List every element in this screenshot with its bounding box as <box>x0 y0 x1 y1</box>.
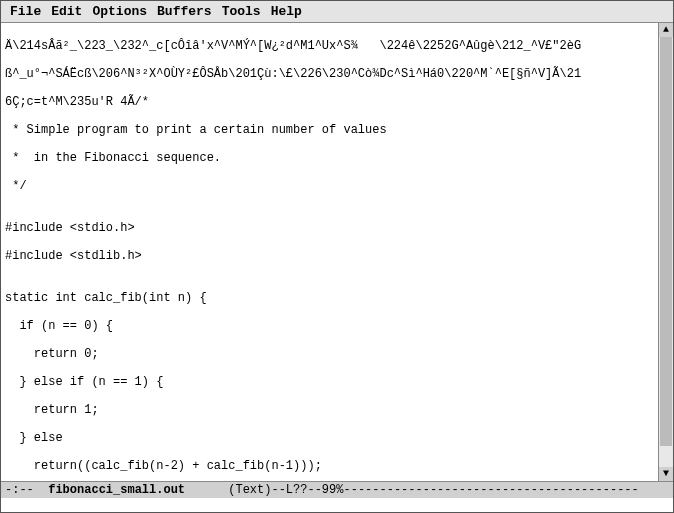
code-line: return 0; <box>5 347 669 361</box>
menu-file[interactable]: File <box>7 3 44 20</box>
content-wrap: Ä\214sÂã²_\223_\232^_c[cÔîâ'x^V^MÝ^[W¿²d… <box>1 23 673 481</box>
code-line: static int calc_fib(int n) { <box>5 291 669 305</box>
menu-options[interactable]: Options <box>89 3 150 20</box>
modeline-trail: ----------------------------------------… <box>343 483 638 497</box>
emacs-window: File Edit Options Buffers Tools Help Ä\2… <box>0 0 674 513</box>
modeline: -:-- fibonacci_small.out (Text)--L??--99… <box>1 481 673 498</box>
menubar: File Edit Options Buffers Tools Help <box>1 1 673 23</box>
modeline-filename: fibonacci_small.out <box>41 483 192 497</box>
menu-help[interactable]: Help <box>268 3 305 20</box>
code-line: } else <box>5 431 669 445</box>
menu-buffers[interactable]: Buffers <box>154 3 215 20</box>
scroll-track[interactable] <box>659 37 673 467</box>
code-line: * in the Fibonacci sequence. <box>5 151 669 165</box>
minibuffer[interactable] <box>1 498 673 512</box>
modeline-mode: (Text)--L??--99% <box>192 483 343 497</box>
code-line: } else if (n == 1) { <box>5 375 669 389</box>
scroll-up-icon[interactable]: ▲ <box>659 23 673 37</box>
menu-tools[interactable]: Tools <box>219 3 264 20</box>
code-line: 6Ç;c=t^M\235u'R 4Ã/* <box>5 95 669 109</box>
code-line: */ <box>5 179 669 193</box>
code-line: if (n == 0) { <box>5 319 669 333</box>
code-line: #include <stdlib.h> <box>5 249 669 263</box>
scrollbar[interactable]: ▲ ▼ <box>658 23 673 481</box>
text-buffer[interactable]: Ä\214sÂã²_\223_\232^_c[cÔîâ'x^V^MÝ^[W¿²d… <box>1 23 673 481</box>
code-line: return 1; <box>5 403 669 417</box>
code-line: Ä\214sÂã²_\223_\232^_c[cÔîâ'x^V^MÝ^[W¿²d… <box>5 39 669 53</box>
modeline-prefix: -:-- <box>5 483 41 497</box>
code-line: * Simple program to print a certain numb… <box>5 123 669 137</box>
code-line: return((calc_fib(n-2) + calc_fib(n-1))); <box>5 459 669 473</box>
code-line: #include <stdio.h> <box>5 221 669 235</box>
scroll-thumb[interactable] <box>660 37 672 446</box>
code-line: ß^_u°¬^SÁËcß\206^N³²X^OÙY²£ÔSÅb\201Çù:\£… <box>5 67 669 81</box>
menu-edit[interactable]: Edit <box>48 3 85 20</box>
scroll-down-icon[interactable]: ▼ <box>659 467 673 481</box>
